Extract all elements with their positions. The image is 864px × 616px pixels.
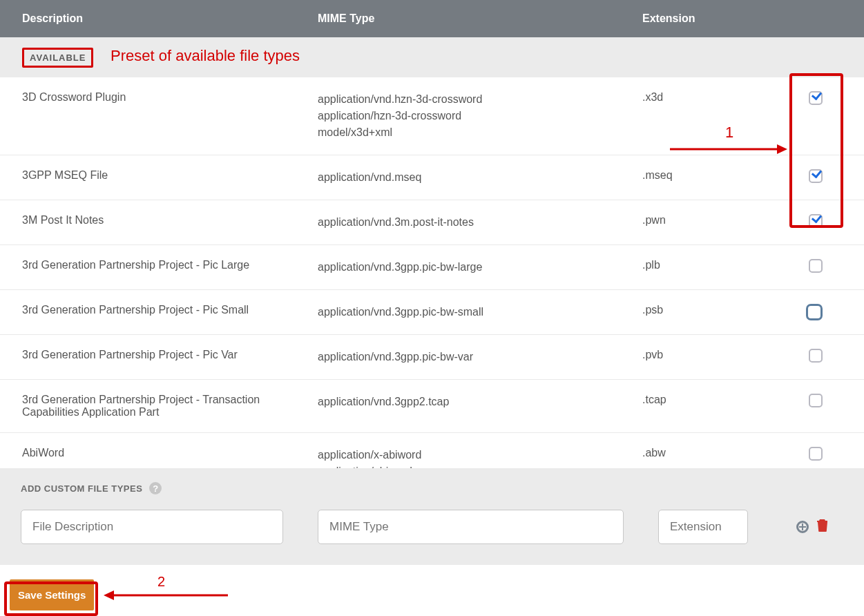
extension-input[interactable] bbox=[658, 510, 748, 544]
row-description: AbiWord bbox=[0, 447, 318, 459]
svg-marker-3 bbox=[104, 590, 114, 600]
row-mime: application/vnd.3m.post-it-notes bbox=[318, 214, 642, 231]
row-extension: .pwn bbox=[642, 214, 787, 227]
mime-type-input[interactable] bbox=[318, 510, 624, 544]
row-description: 3M Post It Notes bbox=[0, 214, 318, 227]
row-mime: application/vnd.3gpp.pic-bw-small bbox=[318, 304, 642, 320]
row-checkbox[interactable] bbox=[809, 259, 823, 273]
header-mime: MIME Type bbox=[318, 12, 642, 25]
table-row: 3rd Generation Partnership Project - Tra… bbox=[0, 380, 864, 433]
row-extension: .psb bbox=[642, 304, 787, 316]
row-checkbox[interactable] bbox=[809, 447, 823, 461]
row-checkbox[interactable] bbox=[806, 304, 823, 320]
row-mime: application/vnd.hzn-3d-crosswordapplicat… bbox=[318, 91, 642, 141]
annotation-preset-text: Preset of available file types bbox=[111, 47, 300, 64]
row-description: 3rd Generation Partnership Project - Tra… bbox=[0, 394, 318, 418]
row-description: 3rd Generation Partnership Project - Pic… bbox=[0, 259, 318, 271]
row-checkbox[interactable] bbox=[809, 349, 823, 363]
row-extension: .tcap bbox=[642, 394, 787, 406]
group-header-available: AVAILABLE Preset of available file types bbox=[0, 37, 864, 77]
table-row: 3rd Generation Partnership Project - Pic… bbox=[0, 245, 864, 290]
row-description: 3rd Generation Partnership Project - Pic… bbox=[0, 349, 318, 361]
header-description: Description bbox=[0, 12, 318, 25]
delete-row-icon[interactable] bbox=[817, 519, 828, 535]
table-header: Description MIME Type Extension bbox=[0, 0, 864, 37]
add-row-icon[interactable] bbox=[796, 521, 809, 533]
table-row: 3GPP MSEQ Fileapplication/vnd.mseq.mseq bbox=[0, 155, 864, 200]
header-extension: Extension bbox=[642, 12, 787, 25]
row-description: 3GPP MSEQ File bbox=[0, 169, 318, 182]
row-mime: application/vnd.mseq bbox=[318, 169, 642, 186]
row-checkbox[interactable] bbox=[809, 91, 823, 105]
row-extension: .x3d bbox=[642, 91, 787, 104]
table-row: 3rd Generation Partnership Project - Pic… bbox=[0, 335, 864, 380]
file-description-input[interactable] bbox=[21, 510, 283, 544]
table-row: 3M Post It Notesapplication/vnd.3m.post-… bbox=[0, 200, 864, 245]
row-checkbox[interactable] bbox=[809, 169, 823, 183]
row-extension: .mseq bbox=[642, 169, 787, 182]
add-custom-title: ADD CUSTOM FILE TYPES ? bbox=[21, 482, 843, 494]
annotation-arrow-2 bbox=[104, 588, 228, 602]
table-row: 3rd Generation Partnership Project - Pic… bbox=[0, 290, 864, 335]
row-mime: application/vnd.3gpp.pic-bw-large bbox=[318, 259, 642, 276]
group-title: AVAILABLE bbox=[22, 48, 93, 68]
add-custom-panel: ADD CUSTOM FILE TYPES ? bbox=[0, 468, 864, 565]
row-extension: .abw bbox=[642, 447, 787, 459]
table-row: 3D Crossword Pluginapplication/vnd.hzn-3… bbox=[0, 77, 864, 155]
row-mime: application/x-abiwordapplication/abiword… bbox=[318, 447, 642, 468]
row-checkbox[interactable] bbox=[809, 214, 823, 228]
row-mime: application/vnd.3gpp2.tcap bbox=[318, 394, 642, 410]
save-settings-button[interactable]: Save Settings bbox=[10, 579, 94, 610]
table-row: AbiWordapplication/x-abiwordapplication/… bbox=[0, 433, 864, 468]
row-extension: .pvb bbox=[642, 349, 787, 361]
row-extension: .plb bbox=[642, 259, 787, 271]
row-description: 3rd Generation Partnership Project - Pic… bbox=[0, 304, 318, 316]
annotation-number-2: 2 bbox=[157, 574, 165, 590]
help-icon[interactable]: ? bbox=[149, 482, 162, 494]
file-type-list[interactable]: AVAILABLE Preset of available file types… bbox=[0, 37, 864, 468]
row-description: 3D Crossword Plugin bbox=[0, 91, 318, 104]
add-custom-title-text: ADD CUSTOM FILE TYPES bbox=[21, 483, 142, 494]
row-mime: application/vnd.3gpp.pic-bw-var bbox=[318, 349, 642, 365]
row-checkbox[interactable] bbox=[809, 394, 823, 407]
